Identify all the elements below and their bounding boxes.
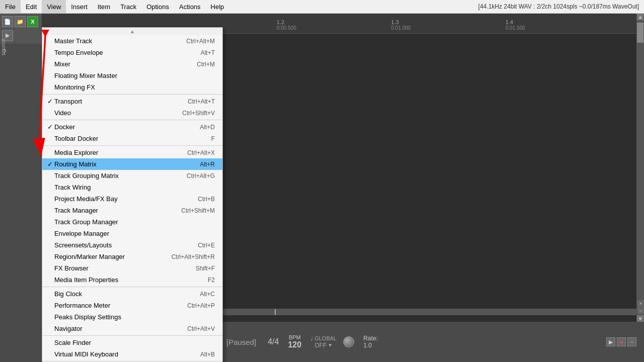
menu-view-media-explorer[interactable]: Media Explorer Ctrl+Alt+X	[42, 147, 222, 158]
navigator-label: Navigator	[54, 325, 177, 332]
screensets-label: Screensets/Layouts	[54, 241, 188, 249]
separator-3	[42, 145, 222, 146]
menu-track[interactable]: Track	[115, 0, 141, 13]
check-project-media	[47, 195, 54, 203]
virtual-midi-label: Virtual MIDI Keyboard	[54, 350, 190, 358]
ruler-time-13: 0:01.000	[391, 25, 411, 31]
scroll-thumb[interactable]	[637, 23, 643, 43]
zoom-in-button[interactable]: +	[637, 300, 644, 307]
menu-view-media-item-props[interactable]: Media Item Properties F2	[42, 274, 222, 286]
menu-actions[interactable]: Actions	[174, 0, 206, 13]
separator-4	[42, 287, 222, 287]
transport-shortcut: Ctrl+Alt+T	[188, 98, 215, 105]
toolbar-docker-label: Toolbar Docker	[54, 135, 201, 142]
menu-view-track-grouping[interactable]: Track Grouping Matrix Ctrl+Alt+G	[42, 170, 222, 182]
metronome-icon: ♩	[310, 335, 313, 342]
menu-item[interactable]: Item	[93, 0, 115, 13]
check-tempo	[47, 49, 54, 56]
menu-view-docker[interactable]: ✓ Docker Alt+D	[42, 121, 222, 133]
menu-view-toolbar-docker[interactable]: Toolbar Docker F	[42, 133, 222, 144]
menu-file[interactable]: File	[0, 0, 21, 13]
check-master-track	[47, 37, 54, 45]
dropdown-arrow-icon[interactable]: ▼	[328, 342, 333, 348]
check-mixer	[47, 60, 54, 68]
menu-view-floating-mixer[interactable]: Floating Mixer Master	[42, 70, 222, 81]
menu-insert[interactable]: Insert	[66, 0, 93, 13]
tempo-envelope-shortcut: Alt+T	[201, 49, 215, 56]
rate-display: Rate: 1.0	[363, 335, 378, 349]
toolbar-docker-shortcut: F	[211, 135, 215, 142]
routing-matrix-label: Routing Matrix	[54, 160, 190, 168]
check-peaks	[47, 313, 54, 321]
menu-view-region-marker[interactable]: Region/Marker Manager Ctrl+Alt+Shift+R	[42, 251, 222, 262]
time-signature: 4/4	[268, 337, 279, 346]
menu-view-envelope-manager[interactable]: Envelope Manager	[42, 228, 222, 239]
menu-view-video[interactable]: Video Ctrl+Shift+V	[42, 107, 222, 119]
ruler-label-14: 1.4	[506, 19, 525, 25]
menu-options[interactable]: Options	[141, 0, 174, 13]
source-label: source	[0, 39, 6, 55]
scroll-down-arrow[interactable]: ▼	[637, 315, 643, 322]
toolbar-icons: 📄 📁 X ▶	[0, 14, 42, 44]
tool-open[interactable]: 📁	[15, 16, 26, 27]
menu-view-routing-matrix[interactable]: ✓ Routing Matrix Alt+R	[42, 158, 222, 170]
separator-2	[42, 120, 222, 120]
scroll-up-indicator: ▲	[130, 29, 135, 34]
ruler-time-14: 0:01.500	[506, 25, 525, 31]
menu-view-track-manager[interactable]: Track Manager Ctrl+Shift+M	[42, 205, 222, 216]
record-button[interactable]: ●	[617, 337, 626, 346]
menu-help[interactable]: Help	[206, 0, 229, 13]
check-video	[47, 109, 54, 117]
menu-view-tempo-envelope[interactable]: Tempo Envelope Alt+T	[42, 47, 222, 58]
right-scrollbar[interactable]: ▲ ▼ + −	[636, 14, 644, 322]
tool-new[interactable]: 📄	[2, 16, 13, 27]
media-item-props-shortcut: F2	[208, 277, 215, 284]
check-track-manager	[47, 207, 54, 214]
loop-button[interactable]: ▶	[606, 337, 615, 346]
global-label: GLOBAL	[314, 335, 337, 341]
volume-knob[interactable]	[343, 336, 354, 347]
menu-view-master-track[interactable]: Master Track Ctrl+Alt+M	[42, 35, 222, 47]
main-area: 📄 📁 X ▶ ? source 1.2 0:00.500 1.3 0:01.0…	[0, 14, 644, 362]
check-virtual-midi	[47, 350, 54, 358]
check-screensets	[47, 241, 54, 249]
view-dropdown-menu[interactable]: ▲ Master Track Ctrl+Alt+M Tempo Envelope…	[42, 27, 223, 362]
media-item-props-label: Media Item Properties	[54, 276, 198, 284]
menu-view-navigator[interactable]: Navigator Ctrl+Alt+V	[42, 323, 222, 334]
transport-label: Transport	[54, 98, 178, 105]
track-manager-label: Track Manager	[54, 207, 171, 214]
media-explorer-label: Media Explorer	[54, 149, 177, 156]
menu-view[interactable]: View	[42, 0, 66, 13]
tool-x[interactable]: X	[27, 16, 38, 27]
video-shortcut: Ctrl+Shift+V	[182, 110, 215, 117]
off-label: OFF	[314, 342, 327, 349]
scale-finder-label: Scale Finder	[54, 339, 205, 346]
menu-view-mixer[interactable]: Mixer Ctrl+M	[42, 58, 222, 70]
menu-view-monitoring-fx[interactable]: Monitoring FX	[42, 81, 222, 93]
menu-view-transport[interactable]: ✓ Transport Ctrl+Alt+T	[42, 96, 222, 107]
menu-view-performance-meter[interactable]: Performance Meter Ctrl+Alt+P	[42, 300, 222, 311]
menu-view-fx-browser[interactable]: FX Browser Shift+F	[42, 262, 222, 274]
menu-edit[interactable]: Edit	[21, 0, 42, 13]
minus-button[interactable]: −	[627, 337, 636, 346]
title-info: [44.1kHz 24bit WAV : 2/2ch 1024spls ~0.0…	[478, 3, 644, 10]
zoom-out-button[interactable]: −	[637, 307, 644, 314]
check-toolbar-docker	[47, 135, 54, 142]
menu-view-peaks-display[interactable]: Peaks Display Settings	[42, 311, 222, 323]
menu-view-project-media[interactable]: Project Media/FX Bay Ctrl+B	[42, 193, 222, 205]
check-media-item-props	[47, 276, 54, 284]
check-scale	[47, 339, 54, 346]
menu-view-big-clock[interactable]: Big Clock Alt+C	[42, 288, 222, 300]
menu-view-track-group-manager[interactable]: Track Group Manager	[42, 216, 222, 228]
region-marker-label: Region/Marker Manager	[54, 253, 162, 260]
scroll-up-arrow[interactable]: ▲	[637, 14, 643, 20]
menu-view-screensets[interactable]: Screensets/Layouts Ctrl+E	[42, 239, 222, 251]
menu-view-virtual-midi[interactable]: Virtual MIDI Keyboard Alt+B	[42, 348, 222, 360]
menu-view-scale-finder[interactable]: Scale Finder	[42, 337, 222, 348]
menu-view-track-wiring[interactable]: Track Wiring	[42, 182, 222, 193]
check-track-grouping	[47, 172, 54, 179]
left-toolbar: 📄 📁 X ▶ ? source	[0, 14, 42, 362]
peaks-display-label: Peaks Display Settings	[54, 313, 205, 321]
check-docker: ✓	[47, 123, 54, 131]
ruler-mark-12: 1.2 0:00.500	[277, 19, 296, 31]
